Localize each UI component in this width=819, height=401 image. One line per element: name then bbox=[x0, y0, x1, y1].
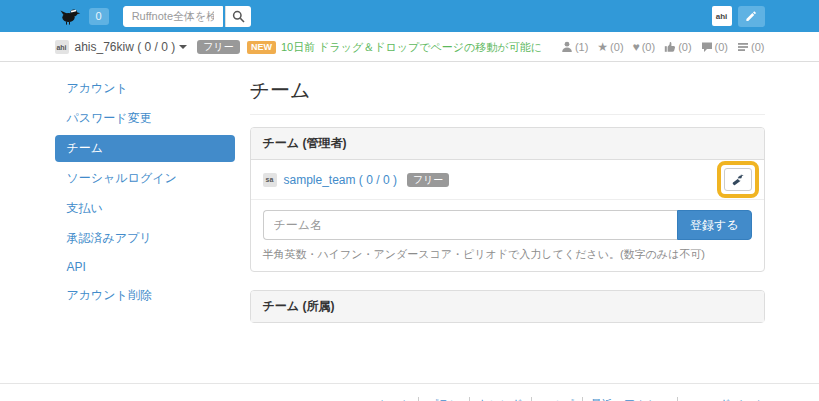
person-icon bbox=[561, 41, 573, 53]
team-name-help-text: 半角英数・ハイフン・アンダースコア・ピリオドで入力してください。(数字のみは不可… bbox=[263, 247, 752, 262]
page-title: チーム bbox=[250, 77, 765, 104]
footer-links: ホーム プラン トレンド ヘルプ 最近のアクセス フィードバック bbox=[369, 397, 765, 401]
search-icon bbox=[232, 10, 245, 23]
admin-team-panel: チーム (管理者) sa sample_team ( 0 / 0 ) フリー bbox=[250, 127, 765, 272]
team-row: sa sample_team ( 0 / 0 ) フリー bbox=[251, 160, 764, 200]
star-icon: ★ bbox=[597, 41, 608, 53]
team-name-input[interactable] bbox=[263, 210, 677, 240]
member-team-panel: チーム (所属) bbox=[250, 290, 765, 323]
new-page-button[interactable] bbox=[738, 6, 765, 27]
hearts-stat[interactable]: ♥ (0) bbox=[633, 41, 656, 53]
likes-stat[interactable]: (0) bbox=[664, 41, 691, 53]
sidebar-item-social-login[interactable]: ソーシャルログイン bbox=[55, 165, 235, 192]
likes-count: (0) bbox=[678, 41, 691, 53]
search-input[interactable] bbox=[123, 6, 223, 27]
team-avatar: sa bbox=[263, 173, 277, 187]
footer: © 2013 mindia Inc. ホーム プラン トレンド ヘルプ 最近のア… bbox=[0, 383, 819, 401]
members-stat[interactable]: (1) bbox=[561, 41, 588, 53]
username-dropdown[interactable]: ahis_76kiw ( 0 / 0 ) bbox=[75, 40, 176, 54]
team-name-link[interactable]: sample_team ( 0 / 0 ) bbox=[284, 173, 397, 187]
plan-badge: フリー bbox=[197, 40, 239, 54]
feed-stat[interactable]: (0) bbox=[737, 41, 764, 53]
create-team-form: 登録する 半角英数・ハイフン・アンダースコア・ピリオドで入力してください。(数字… bbox=[251, 200, 764, 271]
thumbs-up-icon bbox=[664, 41, 676, 53]
user-avatar[interactable]: ahi bbox=[712, 6, 732, 26]
sidebar-item-password[interactable]: パスワード変更 bbox=[55, 105, 235, 132]
feed-count: (0) bbox=[751, 41, 764, 53]
wrench-icon bbox=[732, 174, 744, 186]
pencil-icon bbox=[745, 10, 757, 22]
member-panel-header: チーム (所属) bbox=[251, 291, 764, 322]
sidebar-item-api[interactable]: API bbox=[55, 255, 235, 279]
footer-link-help[interactable]: ヘルプ bbox=[531, 397, 582, 401]
footer-link-trend[interactable]: トレンド bbox=[469, 397, 531, 401]
heart-icon: ♥ bbox=[633, 41, 640, 53]
list-icon bbox=[737, 41, 749, 53]
search-button[interactable] bbox=[225, 6, 251, 27]
sidebar-item-payment[interactable]: 支払い bbox=[55, 195, 235, 222]
hearts-count: (0) bbox=[642, 41, 655, 53]
comment-icon bbox=[701, 41, 713, 53]
sidebar-item-account[interactable]: アカウント bbox=[55, 75, 235, 102]
comments-count: (0) bbox=[715, 41, 728, 53]
site-search bbox=[123, 6, 251, 27]
bird-logo-icon[interactable] bbox=[59, 5, 81, 27]
new-badge: NEW bbox=[247, 41, 276, 54]
team-plan-badge: フリー bbox=[407, 173, 449, 187]
chevron-down-icon bbox=[179, 45, 187, 49]
sidebar-item-approved-apps[interactable]: 承認済みアプリ bbox=[55, 225, 235, 252]
admin-panel-header: チーム (管理者) bbox=[251, 128, 764, 160]
stars-count: (0) bbox=[610, 41, 623, 53]
footer-link-plan[interactable]: プラン bbox=[418, 397, 469, 401]
news-link[interactable]: 10日前 ドラッグ＆ドロップでページの移動が可能に bbox=[281, 40, 542, 55]
stats-bar: (1) ★ (0) ♥ (0) (0) bbox=[552, 41, 765, 53]
notification-count-badge[interactable]: 0 bbox=[89, 8, 109, 25]
sidebar-item-delete-account[interactable]: アカウント削除 bbox=[55, 282, 235, 309]
settings-sidebar: アカウント パスワード変更 チーム ソーシャルログイン 支払い 承認済みアプリ … bbox=[55, 75, 235, 341]
team-settings-button[interactable] bbox=[724, 168, 752, 191]
footer-link-home[interactable]: ホーム bbox=[369, 397, 419, 401]
stars-stat[interactable]: ★ (0) bbox=[597, 41, 623, 53]
register-button[interactable]: 登録する bbox=[677, 210, 752, 240]
members-count: (1) bbox=[575, 41, 588, 53]
footer-link-feedback[interactable]: フィードバック bbox=[677, 397, 765, 401]
top-navbar: 0 ahi bbox=[0, 0, 819, 32]
sidebar-item-team[interactable]: チーム bbox=[55, 135, 235, 162]
title-divider bbox=[250, 114, 765, 115]
user-bar: ahi ahis_76kiw ( 0 / 0 ) フリー NEW 10日前 ドラ… bbox=[0, 32, 819, 62]
comments-stat[interactable]: (0) bbox=[701, 41, 728, 53]
footer-link-recent-access[interactable]: 最近のアクセス bbox=[582, 397, 677, 401]
user-avatar-small[interactable]: ahi bbox=[55, 40, 69, 54]
